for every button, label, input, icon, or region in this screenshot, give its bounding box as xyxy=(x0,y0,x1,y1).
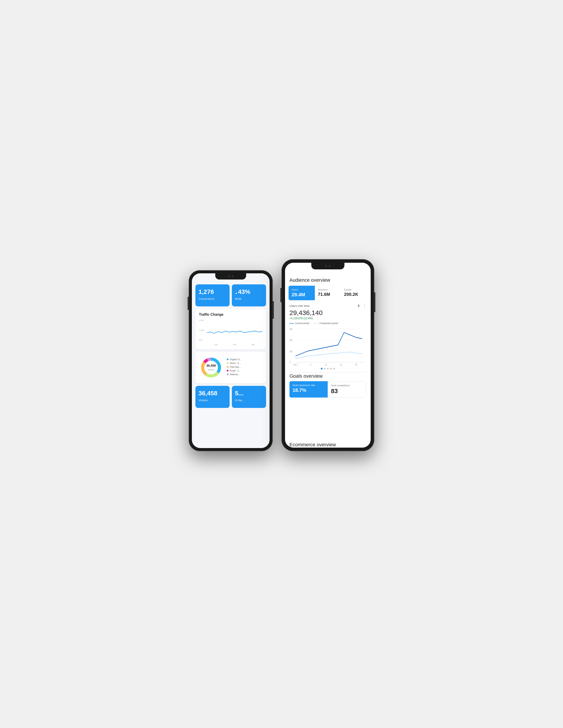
uot-icons: ⬆ ⋮ xyxy=(357,304,366,308)
users-chart: 3M 2M 1M 0 Oct 1 xyxy=(285,326,371,366)
legend-direct: Direct - 9... xyxy=(227,362,262,364)
donut-center-label: Visitors xyxy=(208,369,214,371)
mom-label: MoM xyxy=(235,297,241,300)
traffic-change-card: Traffic Change 1,500 1,000 500 xyxy=(195,309,266,349)
legend-label-direct: Direct - 9... xyxy=(230,362,241,364)
svg-text:0: 0 xyxy=(290,361,291,364)
mom-arrow: ▲ xyxy=(235,291,237,295)
y-label-0: 1,500 xyxy=(199,319,206,321)
more-icon[interactable]: ⋮ xyxy=(363,304,366,308)
carousel-dot-2[interactable] xyxy=(324,368,326,370)
chart-y-labels: 1,500 1,000 500 xyxy=(199,319,206,341)
legend-organic: Organic S... xyxy=(227,358,262,361)
traffic-card-title: Traffic Change xyxy=(199,313,262,317)
svg-text:8: 8 xyxy=(310,364,311,366)
legend-dot-organic xyxy=(227,358,228,360)
legend-label-paid: Paid Sea... xyxy=(230,366,241,368)
uot-change: +4,125,678 (12.6%) xyxy=(290,317,366,320)
carousel-dot-3[interactable] xyxy=(327,368,329,370)
uot-legend: Current period Comparison period xyxy=(290,322,366,325)
svg-text:22: 22 xyxy=(340,364,342,366)
new-value: 5... xyxy=(235,390,263,397)
carousel-dot-4[interactable] xyxy=(330,368,332,370)
legend-dot-referral xyxy=(227,373,228,375)
goals-metrics: Goal conversion rate 18.7% Goal completi… xyxy=(290,381,366,398)
users-svg: 3M 2M 1M 0 Oct 1 xyxy=(290,326,366,366)
legend-dot-direct xyxy=(227,362,228,364)
users-value: 29.4M xyxy=(292,292,312,298)
audience-metrics: Users 29.4M Sessions 71.6M Events 200.2K xyxy=(289,286,367,300)
svg-text:Oct 1: Oct 1 xyxy=(294,364,298,366)
sessions-value: 71.6M xyxy=(318,292,338,297)
svg-text:15: 15 xyxy=(325,364,327,366)
notch-dot-2 xyxy=(231,276,233,277)
legend-comparison-label: Comparison period xyxy=(320,322,338,325)
carousel-dot-5[interactable] xyxy=(333,368,335,370)
goal-completions-box: Goal completions 83 xyxy=(328,381,366,398)
new-label: % Ne... xyxy=(235,399,244,402)
conversions-label: Conversions xyxy=(198,297,214,300)
visitors-value: 36,458 xyxy=(198,390,226,397)
donut-chart: 36,458 Visitors xyxy=(199,355,223,380)
legend-email: Email - 1... xyxy=(227,370,262,372)
svg-text:2M: 2M xyxy=(290,339,292,342)
donut-content: 36,458 Visitors Organic S... Dir xyxy=(199,355,262,380)
goal-completions-label: Goal completions xyxy=(331,384,363,387)
sessions-label: Sessions xyxy=(318,288,338,291)
audience-overview-title: Audience overview xyxy=(285,274,371,286)
users-metric[interactable]: Users 29.4M xyxy=(289,286,315,300)
events-value: 200.2K xyxy=(344,292,364,297)
svg-text:3M: 3M xyxy=(290,328,292,330)
sessions-metric[interactable]: Sessions 71.6M xyxy=(315,286,341,300)
front-notch-dot-2 xyxy=(329,265,331,267)
conversions-tile: 1,276 Conversions xyxy=(195,284,229,306)
x-label-mar: Mar xyxy=(251,343,255,346)
donut-center: 36,458 Visitors xyxy=(206,364,216,371)
ecommerce-title: Ecommerce overview xyxy=(285,439,371,448)
goal-conversion-label: Goal conversion rate xyxy=(293,384,325,387)
users-label: Users xyxy=(292,288,312,291)
goal-completions-value: 83 xyxy=(331,388,363,395)
uot-main-value: 29,436,140 xyxy=(290,309,366,317)
legend-dot-paid xyxy=(227,366,228,368)
events-metric[interactable]: Events 200.2K xyxy=(341,286,367,300)
back-phone-screen: 1,276 Conversions ▲43% MoM Traffic Chang… xyxy=(192,273,269,448)
legend-comparison: Comparison period xyxy=(314,322,338,325)
x-label-feb: Feb xyxy=(233,343,236,346)
goal-conversion-box: Goal conversion rate 18.7% xyxy=(290,381,328,398)
x-label-jan: Jan xyxy=(214,343,218,346)
svg-text:1M: 1M xyxy=(290,350,292,353)
front-content: Audience overview Users 29.4M Sessions 7… xyxy=(285,263,371,448)
legend-label-email: Email - 1... xyxy=(230,370,240,372)
legend-line-dashed xyxy=(314,323,318,324)
front-phone-screen: Audience overview Users 29.4M Sessions 7… xyxy=(285,263,371,448)
uot-header: Users over time ⬆ ⋮ xyxy=(290,304,366,308)
carousel-dot-1[interactable] xyxy=(321,368,323,370)
y-label-1: 1,000 xyxy=(199,329,206,331)
front-notch xyxy=(311,263,345,269)
svg-text:29: 29 xyxy=(355,364,357,366)
front-notch-dot xyxy=(325,265,327,267)
mom-value: ▲43% xyxy=(235,288,263,295)
divider-1 xyxy=(290,372,366,372)
legend-label-referral: Referral ... xyxy=(230,373,240,376)
legend-paid: Paid Sea... xyxy=(227,366,262,368)
goal-conversion-value: 18.7% xyxy=(293,387,325,393)
share-icon[interactable]: ⬆ xyxy=(357,304,360,308)
donut-legend: Organic S... Direct - 9... Paid Sea... xyxy=(227,358,262,377)
legend-dot-email xyxy=(227,370,228,372)
back-phone: 1,276 Conversions ▲43% MoM Traffic Chang… xyxy=(189,270,273,451)
events-label: Events xyxy=(344,288,364,291)
carousel-dots xyxy=(285,366,371,371)
goals-title: Goals overview xyxy=(290,373,366,379)
back-content: 1,276 Conversions ▲43% MoM Traffic Chang… xyxy=(192,273,269,448)
scene: 1,276 Conversions ▲43% MoM Traffic Chang… xyxy=(182,248,381,480)
back-notch xyxy=(215,273,246,280)
chart-x-labels: Jan Feb Mar xyxy=(207,343,262,346)
traffic-chart: 1,500 1,000 500 xyxy=(199,319,262,346)
y-label-2: 500 xyxy=(199,339,206,341)
conversions-value: 1,276 xyxy=(198,288,226,295)
visitors-label: Visitors xyxy=(198,399,208,402)
visitors-tile: 36,458 Visitors xyxy=(195,386,229,408)
legend-referral: Referral ... xyxy=(227,373,262,376)
